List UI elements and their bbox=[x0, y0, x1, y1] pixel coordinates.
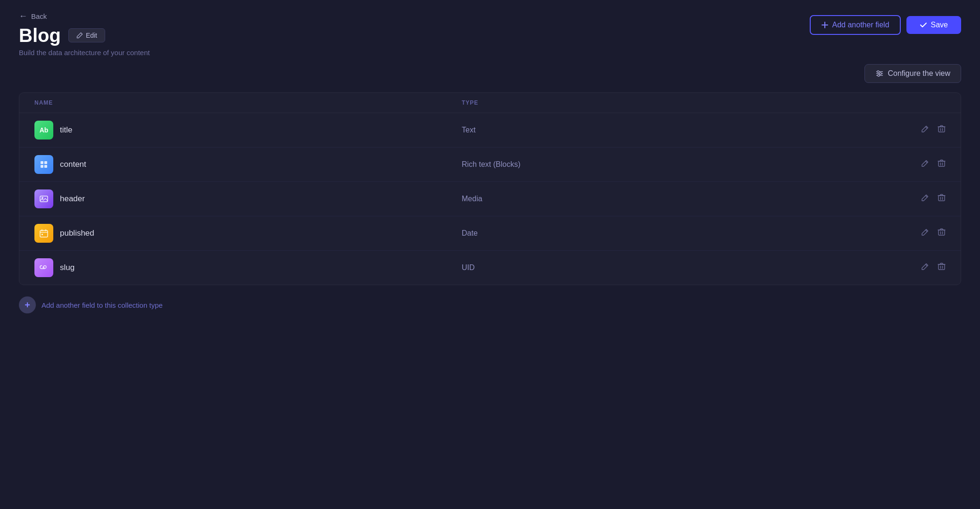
field-name-cell: header bbox=[34, 189, 462, 208]
delete-content-button[interactable] bbox=[938, 159, 946, 170]
field-type-content: Rich text (Blocks) bbox=[462, 160, 889, 169]
field-name-content: content bbox=[60, 160, 86, 169]
table-row: header Media bbox=[19, 182, 961, 216]
edit-button[interactable]: Edit bbox=[68, 28, 105, 42]
svg-point-5 bbox=[878, 74, 880, 76]
svg-rect-10 bbox=[44, 165, 47, 168]
plus-icon bbox=[821, 21, 829, 29]
add-footer-plus-icon: + bbox=[19, 296, 36, 313]
left-header: ← Back Blog Edit Build the data architec… bbox=[19, 11, 150, 57]
add-field-label: Add another field bbox=[832, 21, 889, 29]
svg-rect-15 bbox=[40, 230, 48, 237]
slug-field-icon bbox=[34, 258, 53, 277]
edit-pencil-icon bbox=[76, 32, 83, 39]
add-field-footer[interactable]: + Add another field to this collection t… bbox=[0, 285, 980, 325]
delete-slug-button[interactable] bbox=[938, 263, 946, 273]
svg-point-3 bbox=[877, 71, 879, 73]
field-type-slug: UID bbox=[462, 263, 889, 272]
trash-icon bbox=[938, 125, 946, 133]
col-type-header: TYPE bbox=[462, 99, 889, 106]
field-name-cell: Ab title bbox=[34, 121, 462, 140]
svg-point-13 bbox=[42, 197, 43, 199]
date-icon-svg bbox=[39, 229, 49, 238]
svg-rect-9 bbox=[41, 165, 43, 168]
table-row: slug UID bbox=[19, 251, 961, 285]
edit-header-button[interactable] bbox=[921, 194, 929, 204]
svg-rect-11 bbox=[938, 161, 945, 166]
table-row: published Date bbox=[19, 216, 961, 251]
field-type-title: Text bbox=[462, 126, 889, 134]
field-name-cell: content bbox=[34, 155, 462, 174]
trash-icon bbox=[938, 263, 946, 271]
field-name-published: published bbox=[60, 229, 94, 238]
pencil-icon bbox=[921, 228, 929, 236]
field-name-title: title bbox=[60, 125, 72, 135]
svg-rect-8 bbox=[44, 161, 47, 164]
sliders-icon bbox=[875, 69, 884, 78]
pencil-icon bbox=[921, 194, 929, 202]
fields-table: NAME TYPE Ab title Text bbox=[19, 92, 961, 285]
header-field-icon bbox=[34, 189, 53, 208]
title-row: Blog Edit bbox=[19, 25, 150, 46]
field-name-slug: slug bbox=[60, 263, 75, 272]
row-actions-header bbox=[889, 194, 946, 204]
svg-rect-16 bbox=[42, 234, 43, 235]
pencil-icon bbox=[921, 125, 929, 133]
svg-rect-6 bbox=[938, 127, 945, 132]
svg-rect-14 bbox=[938, 196, 945, 201]
row-actions-content bbox=[889, 159, 946, 170]
configure-view-button[interactable]: Configure the view bbox=[864, 64, 961, 83]
delete-published-button[interactable] bbox=[938, 228, 946, 238]
back-link[interactable]: ← Back bbox=[19, 11, 150, 21]
trash-icon bbox=[938, 194, 946, 202]
edit-label: Edit bbox=[86, 32, 97, 39]
svg-rect-12 bbox=[40, 196, 48, 202]
media-icon-svg bbox=[39, 194, 49, 204]
edit-published-button[interactable] bbox=[921, 228, 929, 238]
svg-point-4 bbox=[880, 73, 881, 74]
svg-rect-17 bbox=[938, 230, 945, 235]
table-header: NAME TYPE bbox=[19, 93, 961, 113]
top-bar: ← Back Blog Edit Build the data architec… bbox=[0, 0, 980, 64]
field-name-header: header bbox=[60, 194, 85, 204]
right-actions: Add another field Save bbox=[810, 15, 961, 35]
check-icon bbox=[920, 21, 927, 29]
row-actions-title bbox=[889, 125, 946, 135]
back-label: Back bbox=[31, 12, 47, 20]
delete-title-button[interactable] bbox=[938, 125, 946, 135]
save-label: Save bbox=[931, 21, 948, 29]
edit-content-button[interactable] bbox=[921, 159, 929, 170]
page-title: Blog bbox=[19, 25, 61, 46]
blocks-icon-svg bbox=[39, 160, 49, 169]
svg-point-18 bbox=[43, 267, 45, 269]
trash-icon bbox=[938, 159, 946, 167]
uid-icon-svg bbox=[39, 263, 49, 272]
row-actions-slug bbox=[889, 263, 946, 273]
field-type-header: Media bbox=[462, 195, 889, 203]
row-actions-published bbox=[889, 228, 946, 238]
pencil-icon bbox=[921, 159, 929, 167]
col-name-header: NAME bbox=[34, 99, 462, 106]
content-field-icon bbox=[34, 155, 53, 174]
add-another-field-button[interactable]: Add another field bbox=[810, 15, 901, 35]
configure-bar: Configure the view bbox=[0, 64, 980, 92]
save-button[interactable]: Save bbox=[906, 16, 961, 34]
table-row: content Rich text (Blocks) bbox=[19, 148, 961, 182]
published-field-icon bbox=[34, 224, 53, 243]
add-field-footer-label: Add another field to this collection typ… bbox=[42, 301, 163, 309]
edit-title-button[interactable] bbox=[921, 125, 929, 135]
trash-icon bbox=[938, 228, 946, 236]
field-name-cell: published bbox=[34, 224, 462, 243]
configure-view-label: Configure the view bbox=[888, 69, 950, 78]
svg-rect-19 bbox=[938, 264, 945, 270]
table-row: Ab title Text bbox=[19, 113, 961, 148]
field-type-published: Date bbox=[462, 229, 889, 238]
subtitle: Build the data architecture of your cont… bbox=[19, 49, 150, 57]
back-arrow-icon: ← bbox=[19, 11, 27, 21]
title-field-icon: Ab bbox=[34, 121, 53, 140]
edit-slug-button[interactable] bbox=[921, 263, 929, 273]
svg-rect-7 bbox=[41, 161, 43, 164]
field-name-cell: slug bbox=[34, 258, 462, 277]
pencil-icon bbox=[921, 263, 929, 271]
delete-header-button[interactable] bbox=[938, 194, 946, 204]
